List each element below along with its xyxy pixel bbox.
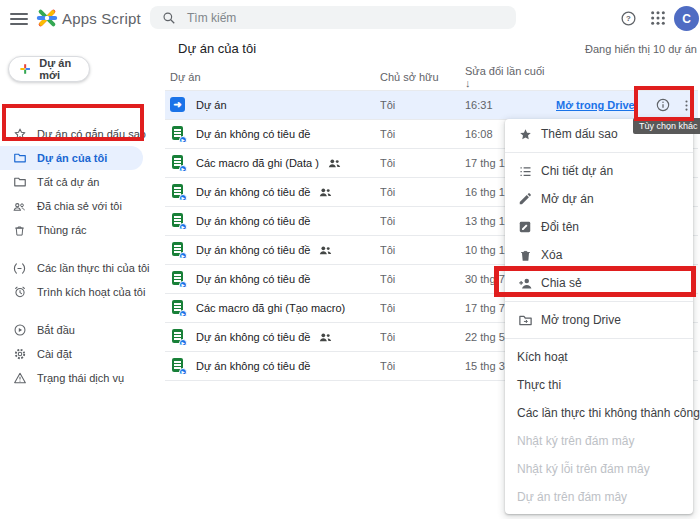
info-icon[interactable] [651,93,675,117]
app-title: Apps Script [62,10,141,27]
rename-icon [517,219,533,235]
menu-divider [505,152,693,153]
open-in-drive-link[interactable]: Mở trong Drive [556,99,635,111]
sidebar-item-settings[interactable]: Cài đặt [0,342,150,366]
page-title: Dự án của tôi [178,41,256,56]
sidebar-item-my-projects[interactable]: Dự án của tôi [0,146,143,170]
last-modified: 16:31 [465,99,550,111]
warning-icon [12,371,27,386]
sheets-script-file-icon: ▸ [170,213,186,229]
sidebar-item-label: Bắt đầu [37,324,75,336]
project-name: Các macro đã ghi (Tạo macro) [196,302,345,314]
more-options-icon[interactable] [675,93,699,117]
project-name: Dự án không có tiêu đề [196,331,310,343]
shared-users-icon [319,332,332,343]
project-name: Dự án không có tiêu đề [196,186,310,198]
star-icon [517,126,533,142]
sheets-script-file-icon: ▸ [170,358,186,374]
owner: Tôi [380,302,465,314]
menu-item-failed-executions[interactable]: Các lần thực thi không thành công [505,399,693,427]
sidebar-item-label: Trình kích hoạt của tôi [37,286,145,298]
owner: Tôi [380,331,465,343]
search-placeholder: Tìm kiếm [187,11,236,25]
sidebar-item-my-executions[interactable]: Các lần thực thi của tôi [0,256,150,280]
shared-users-icon [319,245,332,256]
sidebar-item-label: Dự án của tôi [37,152,107,164]
sidebar-item-trash[interactable]: Thùng rác [0,218,150,242]
sidebar-item-label: Dự án có gắn dấu sao [37,128,146,140]
sheets-script-file-icon: ▸ [170,300,186,316]
menu-item-cloud-error-logs: Nhật ký lỗi trên đám mây [505,455,693,483]
folder-icon [12,175,27,190]
new-project-button[interactable]: Dự án mới [8,56,90,82]
sidebar-item-all-projects[interactable]: Tất cả dự án [0,170,150,194]
sidebar-item-shared-with-me[interactable]: Đã chia sẻ với tôi [0,194,150,218]
sheets-script-file-icon: ▸ [170,271,186,287]
sidebar: Dự án mới Dự án có gắn dấu sao Dự án của… [0,36,150,519]
project-name: Các macro đã ghi (Data ) [196,157,319,169]
trash-icon [12,223,27,238]
list-icon [517,163,533,179]
svg-text:?: ? [626,14,631,23]
play-circle-icon [12,323,27,338]
project-name: Dự án [196,99,227,111]
owner: Tôi [380,128,465,140]
tooltip-more-options: Tùy chọn khác [633,118,700,134]
menu-item-triggers[interactable]: Kích hoạt [505,343,693,371]
sheets-script-file-icon: ▸ [170,126,186,142]
clock-icon [12,285,27,300]
sidebar-item-label: Thùng rác [37,224,87,236]
star-icon [12,127,27,142]
project-name: Dự án không có tiêu đề [196,128,310,140]
menu-item-open-in-drive[interactable]: Mở trong Drive [505,306,693,334]
owner: Tôi [380,99,465,111]
menu-item-cloud-project: Dự án trên đám mây [505,483,693,511]
search-input[interactable]: Tìm kiếm [150,6,516,29]
pencil-icon [517,191,533,207]
menu-item-executions[interactable]: Thực thi [505,371,693,399]
sidebar-item-label: Tất cả dự án [37,176,99,188]
owner: Tôi [380,273,465,285]
column-header-project[interactable]: Dự án [165,71,380,83]
table-row[interactable]: ➜ Dự án Tôi 16:31 Mở trong Drive [165,91,698,120]
person-add-icon [517,275,533,291]
column-header-owner[interactable]: Chủ sở hữu [380,71,465,83]
sidebar-item-get-started[interactable]: Bắt đầu [0,318,150,342]
shared-users-icon [328,158,341,169]
menu-item-share[interactable]: Chia sẻ [505,269,693,297]
plus-icon [18,61,32,77]
sheets-script-file-icon: ▸ [170,184,186,200]
project-name: Dự án không có tiêu đề [196,273,310,285]
apps-script-logo-icon [36,7,58,29]
sidebar-item-label: Các lần thực thi của tôi [37,262,150,274]
sidebar-item-label: Đã chia sẻ với tôi [37,200,122,212]
hamburger-menu-icon[interactable] [10,10,28,26]
owner: Tôi [380,244,465,256]
owner: Tôi [380,157,465,169]
project-name: Dự án không có tiêu đề [196,215,310,227]
owner: Tôi [380,215,465,227]
sheets-script-file-icon: ▸ [170,242,186,258]
shared-users-icon [319,187,332,198]
sidebar-item-starred-projects[interactable]: Dự án có gắn dấu sao [0,122,150,146]
menu-item-rename[interactable]: Đổi tên [505,213,693,241]
trash-icon [517,247,533,263]
project-name: Dự án không có tiêu đề [196,244,310,256]
sidebar-item-service-status[interactable]: Trạng thái dịch vụ [0,366,150,390]
avatar[interactable]: C [674,6,699,31]
sort-descending-icon: ↓ [465,77,471,89]
table-header: Dự án Chủ sở hữu Sửa đổi lần cuối ↓ [165,64,698,91]
sheets-script-file-icon: ▸ [170,329,186,345]
apps-grid-icon[interactable] [646,6,670,30]
sidebar-item-my-triggers[interactable]: Trình kích hoạt của tôi [0,280,150,304]
column-header-modified[interactable]: Sửa đổi lần cuối ↓ [465,65,550,89]
menu-item-project-details[interactable]: Chi tiết dự án [505,157,693,185]
sidebar-item-label: Cài đặt [37,348,72,360]
menu-item-cloud-logs: Nhật ký trên đám mây [505,427,693,455]
new-project-label: Dự án mới [39,57,89,81]
menu-item-delete[interactable]: Xóa [505,241,693,269]
projects-count-label: Đang hiển thị 10 dự án [585,43,697,55]
menu-item-open-project[interactable]: Mở dự án [505,185,693,213]
help-icon[interactable]: ? [616,6,640,30]
apps-script-dashboard: Apps Script Tìm kiếm ? C [0,0,700,519]
